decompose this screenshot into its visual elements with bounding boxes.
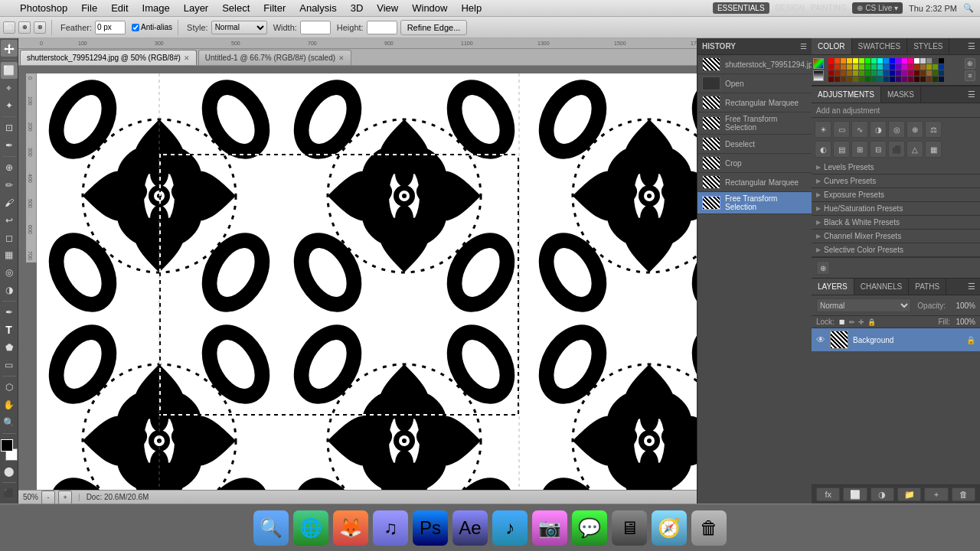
color-panel-menu[interactable]: ☰ (963, 38, 980, 54)
dock-ps[interactable]: Ps (412, 510, 449, 546)
swatch[interactable] (828, 64, 834, 70)
swatch[interactable] (908, 64, 913, 70)
swatches-tab[interactable]: SWATCHES (852, 38, 908, 54)
layer-fx-btn[interactable]: fx (816, 487, 840, 501)
swatch[interactable] (896, 64, 901, 70)
swatch[interactable] (890, 58, 895, 64)
swatch[interactable] (859, 64, 864, 70)
color-tab[interactable]: COLOR (812, 38, 852, 54)
width-input[interactable] (300, 21, 331, 34)
dock-itunes[interactable]: ♫ (372, 510, 409, 546)
swatch[interactable] (902, 58, 907, 64)
tool-path[interactable]: ⬟ (1, 339, 18, 356)
lock-transparent-btn[interactable]: 🔲 (838, 318, 846, 326)
swatch[interactable] (920, 58, 926, 64)
tool-option-1[interactable]: ⬜ (3, 21, 15, 34)
dock-safari[interactable]: 🧭 (651, 510, 688, 546)
layers-menu-btn[interactable]: ☰ (963, 279, 980, 295)
swatch[interactable] (926, 58, 932, 64)
swatch[interactable] (828, 70, 834, 76)
layer-visibility-btn[interactable]: 👁 (816, 334, 825, 345)
zoom-down-btn[interactable]: - (41, 491, 55, 504)
swatch[interactable] (841, 58, 846, 64)
channels-tab[interactable]: CHANNELS (854, 279, 909, 295)
adj-black-white[interactable]: ◐ (815, 141, 831, 158)
swatch[interactable] (871, 77, 877, 82)
swatch[interactable] (939, 77, 944, 82)
swatch[interactable] (896, 58, 901, 64)
swatch[interactable] (877, 64, 883, 70)
swatch[interactable] (902, 70, 907, 76)
swatch[interactable] (853, 70, 858, 76)
preset-curves[interactable]: ▶ Curves Presets (812, 174, 980, 188)
swatch[interactable] (865, 64, 871, 70)
history-item-5[interactable]: Crop (697, 154, 812, 173)
adjustments-tab[interactable]: ADJUSTMENTS (812, 86, 881, 103)
dock-firefox[interactable]: 🦊 (332, 510, 369, 546)
adj-hue-sat[interactable]: ⊕ (906, 121, 923, 138)
add-mask-btn[interactable]: ⬜ (843, 487, 867, 501)
swatch[interactable] (871, 70, 877, 76)
preset-bw[interactable]: ▶ Black & White Presets (812, 216, 980, 230)
swatch[interactable] (890, 77, 895, 82)
adj-exposure[interactable]: ◑ (870, 121, 887, 138)
search-icon[interactable]: 🔍 (963, 3, 974, 13)
swatch[interactable] (920, 64, 926, 70)
preset-channel[interactable]: ▶ Channel Mixer Presets (812, 230, 980, 243)
layer-item-background[interactable]: 👁 Background 🔒 (812, 328, 980, 351)
swatch[interactable] (865, 77, 871, 82)
history-item-6[interactable]: Rectangular Marquee (697, 173, 812, 192)
swatch[interactable] (859, 70, 864, 76)
swatch[interactable] (835, 64, 840, 70)
swatch[interactable] (914, 58, 920, 64)
swatch[interactable] (890, 70, 895, 76)
dock-ae[interactable]: Ae (452, 510, 488, 546)
styles-tab[interactable]: STYLES (907, 38, 949, 54)
swatch[interactable] (859, 77, 864, 82)
swatch[interactable] (939, 64, 944, 70)
tool-marquee[interactable]: ⬜ (1, 62, 18, 79)
masks-tab[interactable]: MASKS (881, 86, 921, 103)
adj-gradient[interactable]: ▦ (925, 141, 942, 158)
history-item-2[interactable]: Rectangular Marquee (697, 93, 812, 112)
swatch[interactable] (835, 70, 840, 76)
refine-edge-button[interactable]: Refine Edge... (400, 20, 468, 35)
swatch[interactable] (835, 58, 840, 64)
foreground-color-box[interactable] (1, 439, 13, 452)
swatch[interactable] (847, 70, 852, 76)
swatch[interactable] (926, 77, 932, 82)
history-menu-btn[interactable]: ☰ (800, 42, 807, 51)
delete-layer-btn[interactable]: 🗑 (952, 487, 975, 501)
tab-file2[interactable]: Untitled-1 @ 66.7% (RGB/8#) (scaled) ✕ (198, 50, 351, 65)
history-item-7[interactable]: Free Transform Selection (697, 192, 812, 214)
swatch[interactable] (896, 77, 901, 82)
swatch[interactable] (877, 70, 883, 76)
adj-photo-filter[interactable]: ▤ (833, 141, 850, 158)
adj-channel-mixer[interactable]: ⊞ (851, 141, 868, 158)
swatch[interactable] (933, 77, 938, 82)
menu-analysis[interactable]: Analysis (293, 1, 342, 15)
swatch[interactable] (865, 58, 871, 64)
tool-option-2[interactable]: ⊕ (18, 21, 31, 34)
feather-input[interactable] (95, 21, 126, 34)
tab1-close[interactable]: ✕ (184, 54, 190, 62)
menu-help[interactable]: Help (455, 1, 488, 15)
menu-photoshop[interactable]: Photoshop (14, 1, 74, 15)
menu-3d[interactable]: 3D (345, 1, 370, 15)
group-layer-btn[interactable]: 📁 (897, 487, 921, 501)
swatch[interactable] (841, 70, 846, 76)
tool-magic-wand[interactable]: ✦ (1, 97, 18, 114)
tool-zoom[interactable]: 🔍 (1, 414, 18, 431)
swatch[interactable] (847, 64, 852, 70)
adj-invert[interactable]: ⊟ (870, 141, 887, 158)
swatch[interactable] (884, 70, 889, 76)
cs-live-btn[interactable]: ⊕ CS Live ▾ (852, 2, 903, 14)
tab2-close[interactable]: ✕ (338, 54, 345, 62)
layers-tab[interactable]: LAYERS (812, 279, 854, 295)
dock-finder[interactable]: 🔍 (253, 510, 289, 546)
swatch[interactable] (939, 58, 944, 64)
adj-vibrance[interactable]: ◎ (888, 121, 905, 138)
swatch[interactable] (877, 77, 883, 82)
height-input[interactable] (367, 21, 397, 34)
swatch[interactable] (933, 64, 938, 70)
